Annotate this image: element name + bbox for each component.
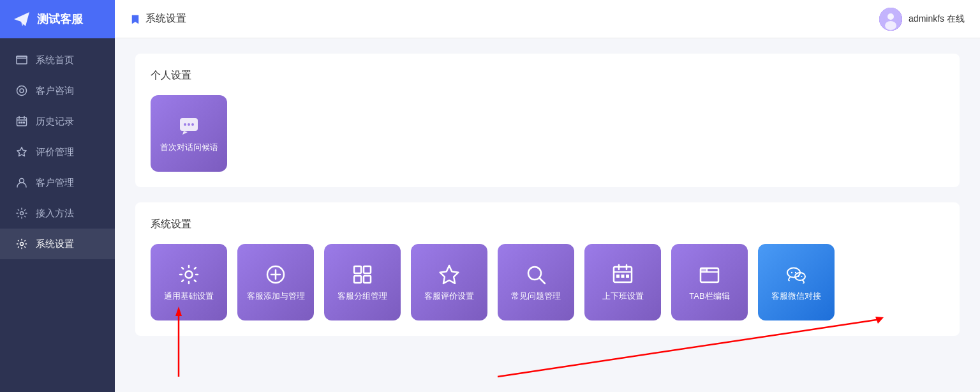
svg-point-49: [791, 271, 792, 273]
personal-settings-title: 个人设置: [151, 69, 944, 82]
chat-bubble-icon: [177, 114, 200, 137]
calendar-icon: [15, 115, 28, 128]
card-evaluation-label: 客服评价设置: [424, 291, 474, 302]
sidebar-item-home-label: 系统首页: [36, 54, 74, 66]
sidebar-header: 测试客服: [0, 0, 115, 38]
avatar: [879, 8, 902, 31]
topbar: 系统设置: [115, 0, 980, 38]
home-icon: [15, 54, 28, 66]
svg-rect-3: [17, 56, 27, 58]
sidebar-item-access[interactable]: 接入方法: [0, 198, 115, 229]
topbar-left: 系统设置: [130, 12, 186, 26]
svg-rect-11: [21, 122, 23, 124]
gear-icon: [15, 237, 28, 250]
svg-rect-29: [354, 266, 361, 273]
sidebar-nav: 系统首页 客户咨询: [0, 38, 115, 392]
svg-point-4: [17, 86, 27, 96]
calendar-grid-icon: [611, 263, 634, 286]
card-faq[interactable]: 常见问题管理: [498, 244, 574, 320]
svg-point-23: [188, 123, 190, 126]
svg-rect-41: [621, 275, 625, 278]
svg-point-24: [191, 123, 194, 126]
sidebar: 测试客服 系统首页 客户咨询: [0, 0, 115, 392]
card-tab-editor-label: TAB栏编辑: [689, 291, 729, 302]
personal-settings-cards: 首次对话问候语: [151, 95, 944, 172]
svg-rect-40: [616, 275, 620, 278]
svg-rect-2: [17, 56, 27, 64]
svg-point-52: [801, 276, 803, 277]
sidebar-item-home[interactable]: 系统首页: [0, 45, 115, 75]
user-icon: [15, 176, 28, 189]
sidebar-item-history-label: 历史记录: [36, 116, 74, 128]
chat-icon: [15, 84, 28, 97]
card-group[interactable]: 客服分组管理: [324, 244, 401, 320]
card-agent-manage-label: 客服添加与管理: [247, 291, 305, 302]
grid-icon: [351, 263, 374, 286]
svg-rect-30: [364, 266, 371, 273]
star-outline-icon: [438, 263, 461, 286]
sidebar-item-customer[interactable]: 客户管理: [0, 167, 115, 198]
main-area: 系统设置: [115, 0, 980, 392]
system-settings-cards: 通用基础设置 客服添加与管理: [151, 244, 944, 320]
svg-point-19: [885, 21, 896, 30]
sidebar-item-inquiry[interactable]: 客户咨询: [0, 75, 115, 106]
settings2-icon: [15, 207, 28, 220]
username-display: adminkfs 在线: [909, 13, 965, 25]
svg-point-16: [20, 243, 24, 246]
app-logo-icon: [13, 10, 31, 28]
sidebar-item-rating[interactable]: 评价管理: [0, 137, 115, 167]
svg-point-25: [186, 271, 193, 278]
svg-rect-31: [354, 276, 361, 283]
bookmark-icon: [130, 14, 140, 24]
star-icon: [15, 146, 28, 158]
svg-rect-32: [364, 276, 371, 283]
svg-point-51: [798, 276, 799, 277]
plus-circle-icon: [264, 263, 287, 286]
sidebar-item-system-label: 系统设置: [36, 238, 74, 250]
card-schedule[interactable]: 上下班设置: [584, 244, 661, 320]
page-title: 系统设置: [145, 12, 186, 26]
svg-point-15: [20, 212, 24, 215]
card-group-label: 客服分组管理: [338, 291, 387, 302]
app-title: 测试客服: [37, 11, 83, 27]
sidebar-item-inquiry-label: 客户咨询: [36, 85, 74, 97]
svg-marker-33: [440, 266, 459, 283]
svg-point-18: [887, 13, 894, 20]
tab-layout-icon: [698, 263, 721, 286]
sidebar-item-access-label: 接入方法: [36, 207, 74, 220]
card-schedule-label: 上下班设置: [602, 291, 644, 302]
svg-point-5: [20, 89, 24, 93]
svg-rect-12: [23, 122, 25, 124]
card-wechat-label: 客服微信对接: [771, 291, 821, 302]
svg-marker-0: [14, 12, 29, 26]
sidebar-item-system[interactable]: 系统设置: [0, 229, 115, 259]
wechat-icon: [785, 263, 808, 286]
svg-marker-13: [17, 147, 26, 156]
gear-outline-icon: [177, 263, 200, 286]
topbar-right: adminkfs 在线: [879, 8, 965, 31]
svg-rect-42: [626, 275, 629, 278]
card-greeting[interactable]: 首次对话问候语: [151, 95, 227, 172]
sidebar-item-customer-label: 客户管理: [36, 177, 74, 189]
svg-point-34: [528, 267, 541, 280]
card-faq-label: 常见问题管理: [511, 291, 561, 302]
card-evaluation[interactable]: 客服评价设置: [411, 244, 487, 320]
sidebar-item-history[interactable]: 历史记录: [0, 106, 115, 137]
card-tab-editor[interactable]: TAB栏编辑: [671, 244, 748, 320]
system-settings-title: 系统设置: [151, 218, 944, 231]
card-agent-manage[interactable]: 客服添加与管理: [237, 244, 314, 320]
sidebar-item-rating-label: 评价管理: [36, 146, 74, 158]
card-basic[interactable]: 通用基础设置: [151, 244, 227, 320]
svg-line-35: [540, 278, 545, 283]
system-settings-section: 系统设置 通用基础设置: [135, 202, 960, 336]
content-area: 个人设置 首次对话问候语: [115, 38, 980, 392]
svg-marker-21: [182, 131, 188, 135]
avatar-image: [879, 8, 902, 31]
card-basic-label: 通用基础设置: [164, 291, 214, 302]
svg-rect-10: [19, 122, 20, 124]
search-icon: [524, 263, 547, 286]
personal-settings-section: 个人设置 首次对话问候语: [135, 54, 960, 187]
card-wechat[interactable]: 客服微信对接: [758, 244, 835, 320]
svg-point-50: [795, 271, 796, 273]
svg-point-22: [184, 123, 186, 126]
